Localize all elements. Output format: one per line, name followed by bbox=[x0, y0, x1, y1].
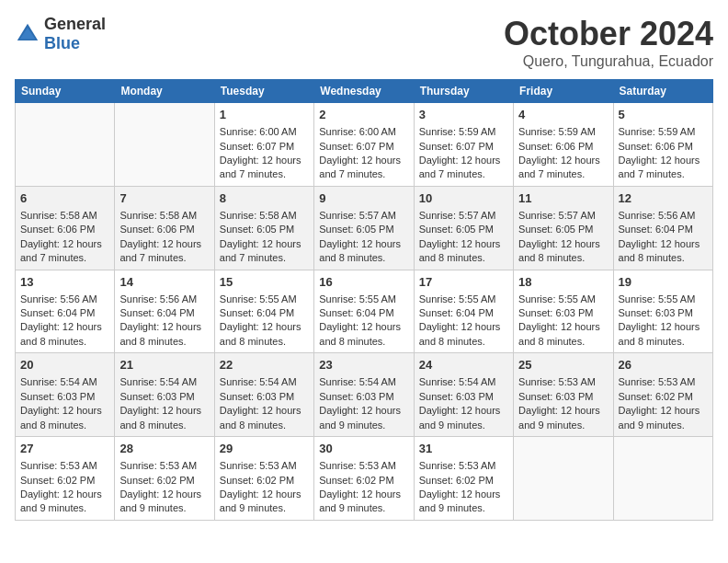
daylight-text: Daylight: 12 hours and 9 minutes. bbox=[20, 488, 109, 516]
day-number: 28 bbox=[119, 441, 209, 457]
sunset-text: Sunset: 6:03 PM bbox=[319, 390, 408, 404]
sunrise-text: Sunrise: 5:58 AM bbox=[119, 209, 209, 223]
day-number: 27 bbox=[20, 441, 109, 457]
day-number: 31 bbox=[419, 441, 508, 457]
sunrise-text: Sunrise: 5:56 AM bbox=[619, 209, 708, 223]
col-header-sunday: Sunday bbox=[16, 80, 115, 103]
day-number: 19 bbox=[619, 274, 708, 291]
calendar-cell: 23Sunrise: 5:54 AMSunset: 6:03 PMDayligh… bbox=[314, 353, 414, 437]
sunset-text: Sunset: 6:02 PM bbox=[419, 474, 508, 488]
day-number: 17 bbox=[419, 274, 508, 291]
sunrise-text: Sunrise: 5:57 AM bbox=[319, 209, 408, 223]
sunset-text: Sunset: 6:03 PM bbox=[619, 306, 708, 320]
calendar-cell: 22Sunrise: 5:54 AMSunset: 6:03 PMDayligh… bbox=[214, 353, 313, 437]
sunrise-text: Sunrise: 5:58 AM bbox=[220, 209, 309, 223]
sunrise-text: Sunrise: 5:57 AM bbox=[419, 209, 508, 223]
calendar-cell: 30Sunrise: 5:53 AMSunset: 6:02 PMDayligh… bbox=[314, 437, 414, 521]
calendar-cell: 25Sunrise: 5:53 AMSunset: 6:03 PMDayligh… bbox=[514, 353, 613, 437]
calendar-location: Quero, Tungurahua, Ecuador bbox=[504, 53, 713, 70]
daylight-text: Daylight: 12 hours and 8 minutes. bbox=[518, 320, 608, 349]
sunrise-text: Sunrise: 6:00 AM bbox=[319, 125, 408, 139]
daylight-text: Daylight: 12 hours and 8 minutes. bbox=[119, 320, 209, 349]
day-number: 6 bbox=[20, 190, 109, 207]
sunrise-text: Sunrise: 5:59 AM bbox=[419, 125, 508, 139]
daylight-text: Daylight: 12 hours and 8 minutes. bbox=[119, 404, 209, 432]
sunrise-text: Sunrise: 5:54 AM bbox=[220, 375, 309, 389]
sunset-text: Sunset: 6:05 PM bbox=[319, 223, 408, 236]
sunset-text: Sunset: 6:04 PM bbox=[20, 306, 109, 320]
sunrise-text: Sunrise: 5:54 AM bbox=[20, 375, 109, 389]
sunset-text: Sunset: 6:04 PM bbox=[619, 223, 708, 236]
calendar-cell: 15Sunrise: 5:55 AMSunset: 6:04 PMDayligh… bbox=[214, 270, 313, 353]
sunset-text: Sunset: 6:04 PM bbox=[119, 306, 209, 320]
day-number: 30 bbox=[319, 441, 408, 457]
sunrise-text: Sunrise: 5:57 AM bbox=[518, 209, 608, 223]
calendar-week-row: 13Sunrise: 5:56 AMSunset: 6:04 PMDayligh… bbox=[16, 270, 713, 353]
sunset-text: Sunset: 6:05 PM bbox=[220, 223, 309, 236]
day-number: 10 bbox=[419, 190, 508, 207]
daylight-text: Daylight: 12 hours and 8 minutes. bbox=[419, 237, 508, 266]
logo-general: General bbox=[44, 15, 106, 33]
sunset-text: Sunset: 6:06 PM bbox=[20, 223, 109, 236]
daylight-text: Daylight: 12 hours and 8 minutes. bbox=[20, 320, 109, 349]
sunset-text: Sunset: 6:06 PM bbox=[518, 140, 608, 154]
day-number: 9 bbox=[319, 190, 408, 207]
calendar-cell: 26Sunrise: 5:53 AMSunset: 6:02 PMDayligh… bbox=[613, 353, 712, 437]
daylight-text: Daylight: 12 hours and 8 minutes. bbox=[619, 237, 708, 266]
calendar-cell: 1Sunrise: 6:00 AMSunset: 6:07 PMDaylight… bbox=[214, 103, 313, 187]
calendar-cell: 20Sunrise: 5:54 AMSunset: 6:03 PMDayligh… bbox=[16, 353, 115, 437]
sunrise-text: Sunrise: 5:55 AM bbox=[619, 293, 708, 306]
calendar-cell: 17Sunrise: 5:55 AMSunset: 6:04 PMDayligh… bbox=[414, 270, 513, 353]
sunrise-text: Sunrise: 5:53 AM bbox=[319, 459, 408, 473]
calendar-cell: 19Sunrise: 5:55 AMSunset: 6:03 PMDayligh… bbox=[613, 270, 712, 353]
day-number: 21 bbox=[119, 357, 209, 373]
daylight-text: Daylight: 12 hours and 7 minutes. bbox=[419, 154, 508, 182]
daylight-text: Daylight: 12 hours and 7 minutes. bbox=[619, 154, 708, 182]
logo-icon bbox=[15, 21, 40, 47]
calendar-cell: 7Sunrise: 5:58 AMSunset: 6:06 PMDaylight… bbox=[115, 186, 214, 270]
sunset-text: Sunset: 6:03 PM bbox=[119, 390, 209, 404]
daylight-text: Daylight: 12 hours and 7 minutes. bbox=[119, 237, 209, 266]
sunrise-text: Sunrise: 5:55 AM bbox=[319, 293, 408, 306]
sunrise-text: Sunrise: 5:56 AM bbox=[20, 293, 109, 306]
daylight-text: Daylight: 12 hours and 8 minutes. bbox=[220, 320, 309, 349]
sunrise-text: Sunrise: 5:53 AM bbox=[20, 459, 109, 473]
sunrise-text: Sunrise: 5:53 AM bbox=[518, 375, 608, 389]
logo-blue: Blue bbox=[44, 34, 80, 52]
sunset-text: Sunset: 6:03 PM bbox=[20, 390, 109, 404]
daylight-text: Daylight: 12 hours and 7 minutes. bbox=[20, 237, 109, 266]
sunrise-text: Sunrise: 6:00 AM bbox=[220, 125, 309, 139]
calendar-cell bbox=[613, 437, 712, 521]
daylight-text: Daylight: 12 hours and 7 minutes. bbox=[220, 237, 309, 266]
sunset-text: Sunset: 6:07 PM bbox=[419, 140, 508, 154]
day-number: 14 bbox=[119, 274, 209, 291]
calendar-cell: 18Sunrise: 5:55 AMSunset: 6:03 PMDayligh… bbox=[514, 270, 613, 353]
calendar-cell: 28Sunrise: 5:53 AMSunset: 6:02 PMDayligh… bbox=[115, 437, 214, 521]
sunrise-text: Sunrise: 5:53 AM bbox=[619, 375, 708, 389]
sunset-text: Sunset: 6:02 PM bbox=[119, 474, 209, 488]
day-number: 1 bbox=[220, 107, 309, 123]
col-header-monday: Monday bbox=[115, 80, 214, 103]
daylight-text: Daylight: 12 hours and 8 minutes. bbox=[518, 237, 608, 266]
calendar-week-row: 20Sunrise: 5:54 AMSunset: 6:03 PMDayligh… bbox=[16, 353, 713, 437]
sunset-text: Sunset: 6:03 PM bbox=[518, 306, 608, 320]
daylight-text: Daylight: 12 hours and 9 minutes. bbox=[419, 488, 508, 516]
sunset-text: Sunset: 6:06 PM bbox=[119, 223, 209, 236]
sunset-text: Sunset: 6:05 PM bbox=[419, 223, 508, 236]
col-header-saturday: Saturday bbox=[613, 80, 712, 103]
day-number: 4 bbox=[518, 107, 608, 123]
day-number: 18 bbox=[518, 274, 608, 291]
day-number: 29 bbox=[220, 441, 309, 457]
daylight-text: Daylight: 12 hours and 9 minutes. bbox=[119, 488, 209, 516]
daylight-text: Daylight: 12 hours and 8 minutes. bbox=[20, 404, 109, 432]
page-header: General Blue October 2024 Quero, Tungura… bbox=[15, 15, 713, 70]
sunset-text: Sunset: 6:06 PM bbox=[619, 140, 708, 154]
calendar-title: October 2024 bbox=[504, 15, 713, 53]
calendar-week-row: 1Sunrise: 6:00 AMSunset: 6:07 PMDaylight… bbox=[16, 103, 713, 187]
day-number: 20 bbox=[20, 357, 109, 373]
sunset-text: Sunset: 6:03 PM bbox=[220, 390, 309, 404]
logo: General Blue bbox=[15, 15, 106, 53]
calendar-cell: 12Sunrise: 5:56 AMSunset: 6:04 PMDayligh… bbox=[613, 186, 712, 270]
sunrise-text: Sunrise: 5:53 AM bbox=[220, 459, 309, 473]
daylight-text: Daylight: 12 hours and 9 minutes. bbox=[319, 404, 408, 432]
